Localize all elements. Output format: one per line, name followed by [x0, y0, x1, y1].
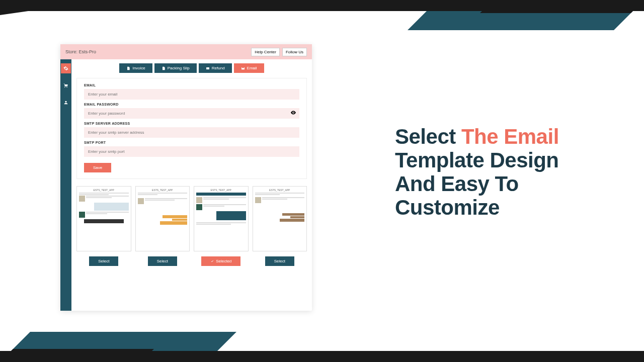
tab-invoice[interactable]: Invoice — [119, 63, 152, 73]
template-1[interactable]: ESTS_TEST_APP — [76, 186, 131, 251]
template-3-title: ESTS_TEST_APP — [196, 189, 246, 192]
tab-packing[interactable]: Packing Slip — [154, 63, 197, 73]
selected-button-3[interactable]: Selected — [201, 256, 240, 266]
deco-top-left — [0, 0, 106, 15]
hero-part3: Template Design And Easy To Customize — [395, 148, 558, 219]
template-list: ESTS_TEST_APP Select ESTS_TEST_APP — [76, 186, 307, 266]
password-label: EMAIL PASSWORD — [84, 103, 299, 106]
tab-refund[interactable]: Refund — [199, 63, 232, 73]
template-3[interactable]: ESTS_TEST_APP — [194, 186, 249, 251]
email-label: EMAIL — [84, 83, 299, 87]
save-button[interactable]: Save — [84, 163, 111, 172]
email-field[interactable] — [84, 89, 299, 100]
doc-icon — [126, 66, 130, 70]
store-label: Store: Ests-Pro — [65, 49, 96, 54]
tabs: Invoice Packing Slip Refund Email — [76, 63, 307, 73]
template-2-title: ESTS_TEST_APP — [138, 189, 188, 192]
svg-rect-0 — [206, 67, 209, 69]
template-2[interactable]: ESTS_TEST_APP — [135, 186, 190, 251]
app-window: Store: Ests-Pro Help Center Follow Us In… — [60, 44, 312, 311]
smtp-field[interactable] — [84, 127, 299, 138]
help-center-button[interactable]: Help Center — [251, 48, 280, 56]
port-label: SMTP PORT — [84, 141, 299, 144]
smtp-label: SMTP SERVER ADDRESS — [84, 122, 299, 125]
template-4-title: ESTS_TEST_APP — [255, 189, 305, 192]
hero-heading: Select The Email Template Design And Eas… — [395, 125, 581, 219]
gear-icon[interactable] — [61, 63, 71, 73]
tab-email-label: Email — [247, 66, 257, 70]
check-icon — [210, 259, 214, 263]
template-1-title: ESTS_TEST_APP — [79, 189, 129, 192]
tab-refund-label: Refund — [212, 66, 225, 70]
app-header: Store: Ests-Pro Help Center Follow Us — [60, 44, 312, 59]
selected-label: Selected — [216, 259, 231, 263]
eye-icon[interactable] — [290, 110, 296, 117]
deco-bot-left-black — [0, 349, 154, 362]
user-icon[interactable] — [61, 98, 71, 108]
cart-icon[interactable] — [61, 80, 71, 90]
follow-us-button[interactable]: Follow Us — [282, 48, 307, 56]
tab-packing-label: Packing Slip — [168, 66, 190, 70]
deco-top-right-black — [480, 0, 644, 13]
select-button-2[interactable]: Select — [148, 256, 177, 266]
password-field[interactable] — [84, 108, 299, 119]
tab-email[interactable]: Email — [234, 63, 264, 73]
tab-invoice-label: Invoice — [132, 66, 145, 70]
sidebar — [60, 59, 71, 311]
email-settings-panel: EMAIL EMAIL PASSWORD SMTP SERVER — [76, 78, 307, 179]
doc-icon — [162, 66, 166, 70]
select-button-1[interactable]: Select — [89, 256, 118, 266]
template-4[interactable]: ESTS_TEST_APP — [253, 186, 307, 251]
mail-icon — [241, 66, 245, 70]
hero-part2: The Email — [461, 125, 559, 148]
hero-part1: Select — [395, 125, 461, 148]
card-icon — [206, 66, 210, 70]
select-button-4[interactable]: Select — [265, 256, 294, 266]
port-field[interactable] — [84, 146, 299, 157]
